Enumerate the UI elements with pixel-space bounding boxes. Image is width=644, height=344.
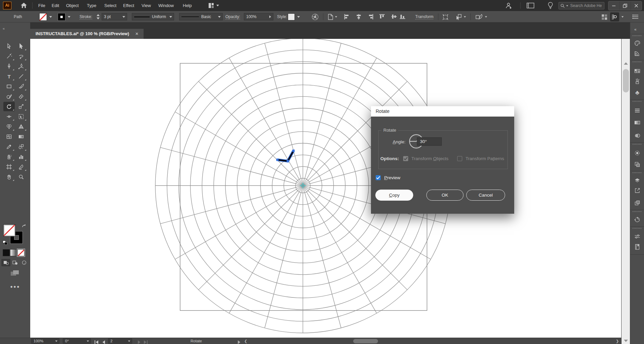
restore-button[interactable] [620, 1, 631, 10]
width-profile-select[interactable]: Uniform [132, 13, 174, 20]
arrange-documents-icon[interactable] [527, 3, 535, 10]
current-tool-status[interactable]: Rotate [181, 338, 211, 344]
ok-button[interactable]: OK [426, 190, 464, 201]
menu-effect[interactable]: Effect [123, 0, 134, 11]
stroke-color-swatch[interactable] [58, 13, 65, 21]
artboard-canvas[interactable] [30, 39, 621, 338]
align-bottom-icon[interactable] [400, 14, 405, 20]
draw-behind-mode[interactable] [10, 259, 19, 266]
transform-patterns-checkbox[interactable] [457, 156, 462, 161]
pen-tool[interactable] [3, 62, 15, 71]
gradient-button[interactable] [10, 249, 17, 256]
arrange-panel-icon[interactable] [601, 14, 607, 21]
change-screen-mode-icon[interactable] [8, 269, 21, 277]
curvature-tool[interactable] [15, 62, 27, 71]
lasso-tool[interactable] [15, 52, 27, 61]
account-icon[interactable] [505, 2, 513, 11]
perspective-grid-tool[interactable] [15, 122, 27, 131]
align-vertical-center-icon[interactable] [391, 14, 397, 20]
artboards-panel-icon[interactable] [634, 187, 641, 194]
control-bar-menu-icon[interactable] [632, 14, 638, 20]
asset-export-panel-icon[interactable] [634, 200, 641, 206]
none-button[interactable] [17, 249, 24, 256]
zoom-level-select[interactable]: 100% [31, 338, 59, 344]
scale-tool[interactable] [15, 102, 27, 111]
color-panel-icon[interactable] [634, 40, 641, 47]
search-scope-chevron-icon[interactable] [566, 5, 568, 6]
blend-tool[interactable] [15, 142, 27, 151]
draw-inside-mode[interactable] [20, 259, 29, 266]
color-guide-panel-icon[interactable] [634, 50, 641, 57]
fill-color-swatch[interactable] [39, 13, 47, 21]
default-fill-stroke-icon[interactable] [3, 240, 8, 245]
style-chevron-icon[interactable] [297, 16, 300, 18]
gradient-panel-icon[interactable] [634, 119, 641, 126]
align-horizontal-center-icon[interactable] [356, 14, 361, 21]
angle-input[interactable] [417, 137, 442, 146]
bounding-box-icon[interactable] [442, 14, 449, 22]
shaper-tool[interactable] [3, 92, 15, 101]
panel-group-grip[interactable] [633, 35, 642, 36]
libraries-panel-icon[interactable] [634, 244, 641, 250]
pattern-options-panel-icon[interactable] [634, 216, 641, 223]
symbols-panel-icon[interactable]: ♣ [634, 89, 641, 96]
selection-tool[interactable] [3, 42, 15, 51]
shape-builder-tool[interactable] [3, 122, 15, 131]
graphic-styles-panel-icon[interactable] [634, 161, 641, 168]
rotate-tool[interactable] [3, 102, 15, 111]
panel-group-grip[interactable] [633, 61, 642, 62]
home-icon[interactable] [20, 2, 28, 10]
document-setup-icon[interactable] [328, 14, 333, 21]
swap-fill-stroke-icon[interactable] [21, 224, 26, 230]
close-button[interactable] [631, 1, 642, 10]
menu-file[interactable]: File [38, 0, 45, 11]
tab-close-icon[interactable]: ✕ [134, 29, 140, 39]
swatches-panel-icon[interactable] [634, 68, 641, 74]
width-tool[interactable] [3, 112, 15, 121]
type-tool[interactable]: T [3, 72, 15, 81]
document-tab[interactable]: INSTRUCTABLES.ai* @ 100 % (RGB/Preview) … [30, 29, 144, 39]
magic-wand-tool[interactable] [3, 52, 15, 61]
column-graph-tool[interactable] [15, 152, 27, 161]
panel-group-grip[interactable] [633, 228, 642, 229]
eyedropper-tool[interactable] [3, 142, 15, 151]
vertical-scrollbar-thumb[interactable] [623, 69, 629, 92]
horizontal-scrollbar-thumb[interactable] [353, 339, 378, 343]
brush-definition-select[interactable]: Basic [179, 13, 223, 20]
stroke-panel-icon[interactable] [634, 107, 641, 114]
first-artboard-icon[interactable] [94, 339, 99, 344]
align-top-icon[interactable] [379, 14, 385, 20]
panel-group-grip[interactable] [633, 144, 642, 145]
direct-selection-tool[interactable] [15, 42, 27, 51]
style-swatch[interactable] [288, 13, 295, 20]
menu-edit[interactable]: Edit [52, 0, 59, 11]
align-left-icon[interactable] [344, 14, 349, 21]
preview-checkbox[interactable] [376, 175, 381, 180]
properties-toggle-chevron-icon[interactable] [622, 16, 624, 18]
previous-artboard-icon[interactable] [102, 339, 105, 344]
panel-group-grip[interactable] [633, 172, 642, 173]
scroll-up-icon[interactable] [624, 62, 628, 65]
properties-panel-icon[interactable] [634, 233, 641, 240]
edit-toolbar-icon[interactable]: ●●● [0, 284, 30, 289]
copy-button[interactable]: Copy [375, 190, 413, 201]
brushes-panel-icon[interactable] [634, 78, 641, 85]
style-pen-icon[interactable] [475, 14, 483, 22]
fill-color-chevron-icon[interactable] [49, 16, 52, 18]
opacity-select[interactable]: 100% [244, 13, 273, 20]
menu-window[interactable]: Window [158, 0, 174, 11]
artboard-tool[interactable] [3, 162, 15, 171]
line-segment-tool[interactable] [15, 72, 27, 81]
style-pen-chevron-icon[interactable] [485, 16, 487, 18]
rectangle-tool[interactable] [3, 82, 15, 91]
hand-tool[interactable] [3, 172, 15, 182]
recolor-artwork-icon[interactable] [312, 13, 319, 22]
select-similar-icon[interactable] [455, 14, 462, 22]
scroll-down-icon[interactable] [624, 340, 628, 342]
discover-lightbulb-icon[interactable] [547, 2, 553, 11]
cancel-button[interactable]: Cancel [466, 190, 505, 201]
stroke-stepper[interactable] [96, 14, 100, 21]
mesh-tool[interactable] [3, 132, 15, 141]
rotate-dialog-title[interactable]: Rotate [371, 106, 514, 117]
stroke-weight-select[interactable]: 3 pt [102, 13, 127, 20]
